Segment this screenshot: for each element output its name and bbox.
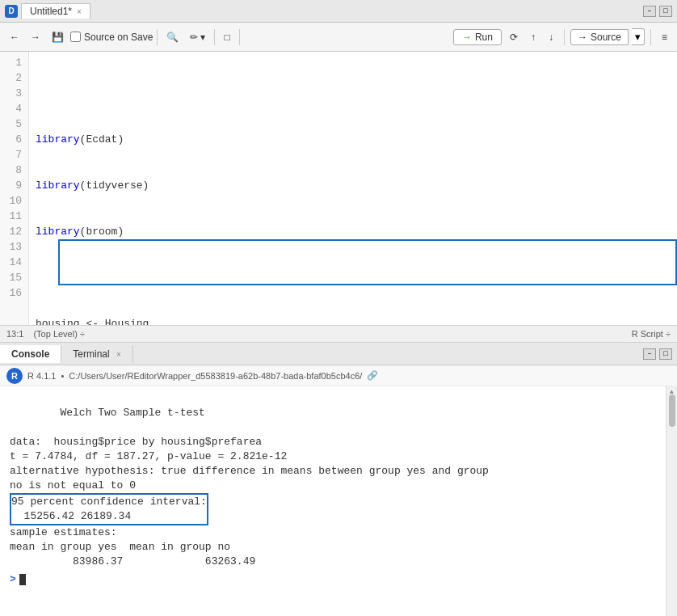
rerun-button[interactable]: ⟳ xyxy=(505,27,523,48)
code-editor: 1 2 3 4 5 6 7 8 9 10 11 12 13 14 15 16 l… xyxy=(0,52,677,343)
source-dropdown-button[interactable]: ▾ xyxy=(632,28,645,45)
up-icon: ↑ xyxy=(531,32,536,43)
win-maximize[interactable]: □ xyxy=(659,6,672,17)
run-button[interactable]: → Run xyxy=(453,29,502,45)
save-icon: 💾 xyxy=(52,32,64,43)
editor-status-bar: 13:1 (Top Level) ÷ R Script ÷ xyxy=(0,325,677,343)
editor-toolbar: ← → 💾 Source on Save 🔍 ✏ ▾ □ → Run ⟳ ↑ ↓ xyxy=(0,23,677,52)
console-win-max[interactable]: □ xyxy=(659,348,672,360)
back-button[interactable]: ← xyxy=(5,27,24,48)
console-prompt-line: > xyxy=(10,572,667,587)
toolbar-sep-5 xyxy=(650,29,651,45)
tab-label: Untitled1* xyxy=(30,6,72,17)
forward-icon: → xyxy=(31,32,40,43)
group-headers: mean in group yes mean in group no xyxy=(10,541,230,553)
terminal-close[interactable]: × xyxy=(116,350,121,359)
search-button[interactable]: 🔍 xyxy=(162,27,183,48)
toolbar-sep-2 xyxy=(214,29,215,45)
down-button[interactable]: ↓ xyxy=(544,27,558,48)
code-line-3: library(broom) xyxy=(36,224,671,239)
console-output[interactable]: Welch Two Sample t-test data: housing$pr… xyxy=(0,386,677,616)
toolbar-sep-1 xyxy=(157,29,158,45)
cursor-position: 13:1 xyxy=(6,329,23,339)
menu-icon: ≡ xyxy=(662,32,667,43)
scroll-thumb[interactable] xyxy=(669,394,675,427)
sample-estimates-label: sample estimates: xyxy=(10,526,117,538)
ci-label: 95 percent confidence interval: xyxy=(11,496,207,508)
cursor xyxy=(19,574,26,585)
search-icon: 🔍 xyxy=(166,32,179,43)
up-button[interactable]: ↑ xyxy=(526,27,540,48)
save-button[interactable]: 💾 xyxy=(47,27,69,48)
confidence-interval-box: 95 percent confidence interval: 15256.42… xyxy=(10,493,208,525)
code-line-1: library(Ecdat) xyxy=(36,132,671,147)
output-title: Welch Two Sample t-test xyxy=(35,407,205,419)
code-content[interactable]: library(Ecdat) library(tidyverse) librar… xyxy=(29,52,677,325)
source-on-save-checkbox[interactable] xyxy=(70,32,81,42)
tab-console[interactable]: Console xyxy=(0,345,61,363)
path-link-icon: 🔗 xyxy=(367,370,378,381)
tab-terminal[interactable]: Terminal × xyxy=(61,345,133,363)
group-values: 83986.37 63263.49 xyxy=(10,555,255,567)
path-sep: • xyxy=(61,371,64,381)
console-path-bar: R R 4.1.1 • C:/Users/User/REditorWrapper… xyxy=(0,365,677,386)
editor-tab[interactable]: Untitled1* × xyxy=(21,3,90,19)
run-arrow-icon: → xyxy=(462,32,472,43)
script-type: R Script ÷ xyxy=(632,329,671,339)
title-bar: D Untitled1* × – □ xyxy=(0,0,677,23)
output-line4: alternative hypothesis: true difference … xyxy=(10,465,489,477)
source-button[interactable]: → Source xyxy=(570,29,629,45)
console-win-min[interactable]: – xyxy=(643,348,656,360)
source-on-save-label[interactable]: Source on Save xyxy=(70,32,153,43)
line-numbers: 1 2 3 4 5 6 7 8 9 10 11 12 13 14 15 16 xyxy=(0,52,29,325)
prompt-symbol: > xyxy=(10,572,16,587)
code-line-5: housing <- Housing xyxy=(36,316,671,325)
back-icon: ← xyxy=(10,32,19,43)
code-level: (Top Level) ÷ xyxy=(33,329,85,339)
console-panel: R R 4.1.1 • C:/Users/User/REditorWrapper… xyxy=(0,365,677,616)
tab-close[interactable]: × xyxy=(77,7,82,16)
output-line1 xyxy=(10,421,16,433)
output-line3: t = 7.4784, df = 187.27, p-value = 2.821… xyxy=(10,450,287,462)
wand-button[interactable]: ✏ ▾ xyxy=(185,27,210,48)
menu-button[interactable]: ≡ xyxy=(657,27,672,48)
down-icon: ↓ xyxy=(549,32,553,43)
toolbar-sep-3 xyxy=(239,29,240,45)
wand-icon: ✏ xyxy=(190,32,198,43)
rerun-icon: ⟳ xyxy=(510,32,518,43)
rect-icon: □ xyxy=(224,32,229,43)
r-version: R 4.1.1 xyxy=(27,371,56,381)
output-line2: data: housing$price by housing$prefarea xyxy=(10,436,262,448)
win-minimize[interactable]: – xyxy=(643,6,656,17)
app-icon: D xyxy=(5,5,18,18)
console-path: C:/Users/User/REditorWrapper_d5583819-a6… xyxy=(69,371,362,381)
wand-dropdown-icon: ▾ xyxy=(200,32,205,43)
code-line-2: library(tidyverse) xyxy=(36,178,671,193)
forward-button[interactable]: → xyxy=(26,27,45,48)
ci-values: 15256.42 26189.34 xyxy=(11,510,131,522)
panel-header: Console Terminal × – □ xyxy=(0,343,677,365)
source-arrow-icon: → xyxy=(578,32,587,43)
rect-button[interactable]: □ xyxy=(219,27,234,48)
toolbar-sep-4 xyxy=(564,29,565,45)
output-line5: no is not equal to 0 xyxy=(10,479,136,492)
r-logo: R xyxy=(6,368,23,384)
code-line-4 xyxy=(36,270,671,285)
source-chevron-icon: ▾ xyxy=(635,31,641,43)
console-scrollbar[interactable]: ▲ ▼ xyxy=(666,386,677,616)
